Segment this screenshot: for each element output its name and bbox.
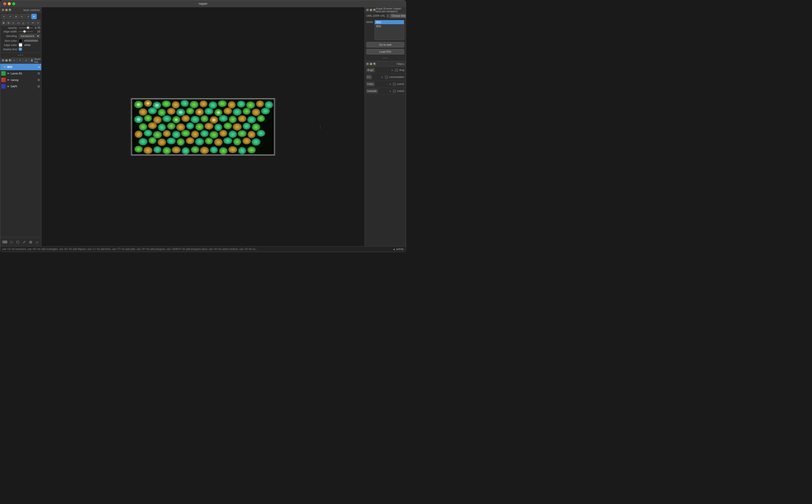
filters-lock-icon[interactable]: 🔒 <box>370 63 372 65</box>
minimize-button[interactable] <box>8 2 11 5</box>
layer-name: DAPI <box>11 85 36 88</box>
edge-color-swatch[interactable] <box>19 43 22 47</box>
svg-point-86 <box>153 146 161 153</box>
tool-move[interactable]: ✛ <box>31 14 37 19</box>
add-points-tool[interactable]: ⊹ <box>11 58 17 63</box>
layer-controls-body: ↖ ↗ ✕ ↖ ↗ ✛ ⊞ ⊟ ◇ ▭ △ ○ ✏ ∿ <box>0 13 41 53</box>
grid-button[interactable]: ⊞ <box>28 239 33 245</box>
svg-point-60 <box>163 130 171 137</box>
tool-copy[interactable]: ⊟ <box>6 20 11 25</box>
layer-visibility-toggle[interactable]: 👁 <box>3 65 6 69</box>
canvas-resize-handle[interactable]: ⋮ <box>318 124 323 129</box>
filters-close-icon[interactable]: ✕ <box>366 63 369 65</box>
layer-item[interactable]: 👁 B03 ▶ <box>0 64 41 70</box>
select-tool[interactable]: ↖ <box>17 58 23 63</box>
face-color-swatch[interactable] <box>19 39 22 42</box>
svg-point-91 <box>200 147 209 154</box>
layer-visibility-toggle[interactable]: 👁 <box>6 72 10 75</box>
svg-point-7 <box>189 101 198 108</box>
svg-point-85 <box>143 147 152 154</box>
filter-row-extra1: False True extra1 <box>365 81 406 88</box>
well-item[interactable]: B03 <box>375 20 404 24</box>
close-panel-icon[interactable]: ✕ <box>2 9 4 11</box>
opacity-label: opacity: <box>1 26 19 29</box>
image-browser-lock-icon[interactable]: 🔒 <box>370 9 372 11</box>
drug-select[interactable]: drug1 drug2 <box>366 68 375 72</box>
transform-button[interactable]: ⤢ <box>22 239 26 245</box>
tool-ellipse[interactable]: ○ <box>26 20 30 25</box>
lock-panel-icon[interactable]: 🔒 <box>5 9 8 11</box>
tool-path[interactable]: ∿ <box>36 20 40 25</box>
bottom-toolbar: ⌨ □ ⬡ ⤢ ⊞ ⌂ <box>0 237 41 246</box>
drug-checkbox[interactable] <box>395 69 398 72</box>
layer-visibility-toggle[interactable]: 👁 <box>6 85 10 88</box>
layer-visibility-toggle[interactable]: 👁 <box>6 78 10 82</box>
layer-item[interactable]: 👁 nanog 🖼 <box>0 77 41 83</box>
polygon-tool[interactable]: ⬡ <box>23 58 29 63</box>
tool-arrow-select[interactable]: ↖ <box>19 14 25 19</box>
display-text-checkbox[interactable]: ✓ <box>19 47 22 51</box>
left-panel: ✕ 🔒 🔍 layer controls ↖ ↗ ✕ ↖ ↗ ✛ <box>0 7 41 246</box>
blending-select[interactable]: translucent opaque additive <box>19 34 40 38</box>
opacity-slider[interactable] <box>19 27 33 28</box>
opacity-slider-thumb[interactable] <box>27 26 29 29</box>
search-panel-icon[interactable]: 🔍 <box>9 9 11 11</box>
layer-list-lock-icon[interactable]: 🔒 <box>5 59 8 62</box>
svg-point-23 <box>205 108 214 115</box>
delete-layer-btn[interactable]: 🗑 <box>29 58 35 63</box>
3d-button[interactable]: ⬡ <box>16 239 20 245</box>
edge-width-slider-thumb[interactable] <box>23 30 26 33</box>
layer-name: nanog <box>11 78 36 81</box>
svg-point-37 <box>200 115 209 122</box>
close-button[interactable] <box>3 2 6 5</box>
extra2-select[interactable]: example <box>366 89 378 93</box>
maximize-button[interactable] <box>12 2 15 5</box>
layer-item[interactable]: 👁 Lamin B1 🖼 <box>0 70 41 77</box>
svg-point-54 <box>233 123 242 131</box>
tool-arrow[interactable]: ↖ <box>1 14 7 19</box>
svg-point-100 <box>179 111 182 114</box>
tool-rect[interactable]: ▭ <box>16 20 20 25</box>
home-button[interactable]: ⌂ <box>35 239 39 245</box>
svg-point-52 <box>215 124 223 131</box>
layer-controls-dots-menu[interactable]: ••• <box>0 53 41 58</box>
right-panel-dots-menu[interactable]: ••• <box>365 55 406 61</box>
tool-pen[interactable]: ✏ <box>31 20 35 25</box>
edge-width-slider[interactable] <box>19 31 33 32</box>
layer-list-close-icon[interactable]: ✕ <box>2 59 4 62</box>
tool-triangle[interactable]: △ <box>21 20 25 25</box>
tool-arrow-add[interactable]: ↗ <box>7 14 13 19</box>
go-to-well-button[interactable]: Go to well <box>366 42 404 47</box>
load-roi-button[interactable]: Load ROI <box>366 49 404 54</box>
terminal-button[interactable]: ⌨ <box>2 239 7 245</box>
svg-point-83 <box>252 138 261 146</box>
filters-search-icon[interactable]: 🔍 <box>373 63 376 65</box>
activity-button[interactable]: ▲ activity <box>393 248 404 251</box>
svg-point-10 <box>218 100 227 107</box>
concentration-checkbox[interactable] <box>385 76 388 79</box>
well-item[interactable]: B05 <box>375 24 404 28</box>
layer-item[interactable]: 👁 DAPI 🖼 <box>0 83 41 90</box>
layer-list-search-icon[interactable]: 🔍 <box>9 59 11 62</box>
tool-layers[interactable]: ⊞ <box>1 20 6 25</box>
image-browser-search-icon[interactable]: 🔍 <box>373 9 376 11</box>
wells-label: Wells <box>366 20 373 40</box>
extra1-select[interactable]: False True <box>366 82 375 86</box>
extra1-select-wrap: False True <box>366 82 392 86</box>
tool-polygon[interactable]: ◇ <box>11 20 16 25</box>
canvas-area[interactable]: ⋮ <box>41 7 365 246</box>
drug-label: drug <box>399 69 404 71</box>
2d-button[interactable]: □ <box>9 239 14 245</box>
tool-arrow-cursor[interactable]: ↗ <box>25 14 31 19</box>
extra2-checkbox[interactable] <box>393 90 396 93</box>
concentration-select[interactable]: 0.1 0.5 1.0 <box>366 75 372 79</box>
image-browser-close-icon[interactable]: ✕ <box>366 9 369 11</box>
right-panel: ✕ 🔒 🔍 Image Browser (napari-ome-zarr-nav… <box>365 7 406 246</box>
svg-point-27 <box>243 108 251 115</box>
extra1-checkbox[interactable] <box>393 83 396 86</box>
svg-point-79 <box>214 138 223 146</box>
tool-close-x[interactable]: ✕ <box>13 14 19 19</box>
choose-directory-button[interactable]: Choose directory <box>390 14 406 18</box>
edge-color-label: edge color: <box>1 43 19 46</box>
wells-list[interactable]: B03 B05 <box>375 20 404 40</box>
